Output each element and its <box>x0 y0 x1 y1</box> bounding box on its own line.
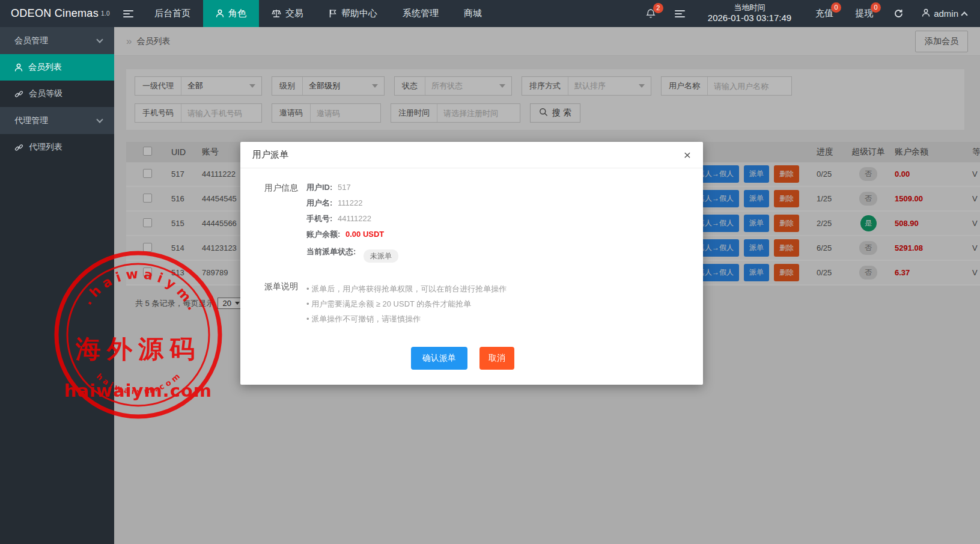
withdraw-badge: 0 <box>871 2 881 13</box>
navbar-right: 2 当地时间 2026-01-03 03:17:49 充值 0 提现 0 adm… <box>636 0 980 27</box>
dispatch-modal: 用户派单 × 用户信息 用户ID: 517 用户名: 111222 手机号: 4… <box>240 142 703 385</box>
balance-value: 0.00 USDT <box>345 230 384 239</box>
scales-icon <box>272 9 281 18</box>
nav-item-dashboard[interactable]: 后台首页 <box>142 0 203 27</box>
main-menu: 后台首页 角色 交易 帮助中心 系统管理 商城 <box>142 0 495 27</box>
admin-menu[interactable]: admin <box>922 8 967 19</box>
user-id-value: 517 <box>338 183 351 192</box>
nav-item-system[interactable]: 系统管理 <box>390 0 451 27</box>
refresh-icon <box>893 8 904 19</box>
app-logo: ODEON Cinemas 1.0 <box>0 0 114 27</box>
nav-item-trade[interactable]: 交易 <box>259 0 316 27</box>
notifications-button[interactable]: 2 <box>646 8 656 19</box>
hamburger-icon <box>123 8 133 19</box>
user-info-label: 用户信息 <box>240 183 306 264</box>
phone-value: 44111222 <box>338 214 371 223</box>
modal-title: 用户派单 <box>252 149 288 160</box>
flag-icon <box>329 9 337 18</box>
person-icon <box>922 8 930 19</box>
close-icon[interactable]: × <box>684 148 691 161</box>
cancel-button[interactable]: 取消 <box>479 347 514 370</box>
sidebar-group-agent-management[interactable]: 代理管理 <box>0 107 114 134</box>
sidebar-item-member-level[interactable]: 会员等级 <box>0 81 114 107</box>
sidebar-item-agent-list[interactable]: 代理列表 <box>0 134 114 160</box>
nav-item-help-center[interactable]: 帮助中心 <box>316 0 390 27</box>
top-navbar: ODEON Cinemas 1.0 后台首页 角色 交易 帮助中心 系 <box>0 0 980 27</box>
local-time-label: 当地时间 <box>708 3 791 13</box>
app-version: 1.0 <box>101 10 110 17</box>
sidebar: 会员管理 会员列表 会员等级 代理管理 代理列表 <box>0 27 114 544</box>
link-icon <box>14 90 23 99</box>
refresh-button[interactable] <box>893 8 904 19</box>
person-icon <box>14 63 23 72</box>
notification-badge: 2 <box>653 3 663 13</box>
dispatch-notes-list: 派单后，用户将获得抢单权限，可以在前台进行抢单操作 用户需要满足余额 ≥ 20 … <box>306 281 507 326</box>
menu-lines-icon <box>675 8 685 19</box>
withdraw-button[interactable]: 提现 0 <box>855 8 873 19</box>
chevron-down-icon <box>96 36 103 43</box>
app-logo-text: ODEON Cinemas <box>11 7 99 20</box>
dispatch-status-tag: 未派单 <box>364 249 398 263</box>
message-list-button[interactable] <box>675 8 685 19</box>
confirm-dispatch-button[interactable]: 确认派单 <box>411 347 467 370</box>
dispatch-notes-label: 派单说明 <box>240 281 306 326</box>
sidebar-item-member-list[interactable]: 会员列表 <box>0 54 114 81</box>
person-icon <box>216 9 224 18</box>
recharge-button[interactable]: 充值 0 <box>815 8 833 19</box>
modal-header: 用户派单 × <box>240 142 703 168</box>
local-time-value: 2026-01-03 03:17:49 <box>708 13 791 24</box>
chevron-down-icon <box>96 116 103 123</box>
sidebar-collapse-button[interactable] <box>114 0 142 27</box>
link-icon <box>14 143 23 152</box>
nav-item-mall[interactable]: 商城 <box>451 0 495 27</box>
user-info-list: 用户ID: 517 用户名: 111222 手机号: 44111222 账户余额… <box>306 183 396 264</box>
chevron-up-icon <box>961 11 967 18</box>
username-value: 111222 <box>338 198 362 207</box>
sidebar-group-member-management[interactable]: 会员管理 <box>0 27 114 54</box>
recharge-badge: 0 <box>831 2 841 13</box>
nav-item-roles[interactable]: 角色 <box>203 0 259 27</box>
admin-name: admin <box>934 8 958 19</box>
local-time: 当地时间 2026-01-03 03:17:49 <box>708 3 791 24</box>
